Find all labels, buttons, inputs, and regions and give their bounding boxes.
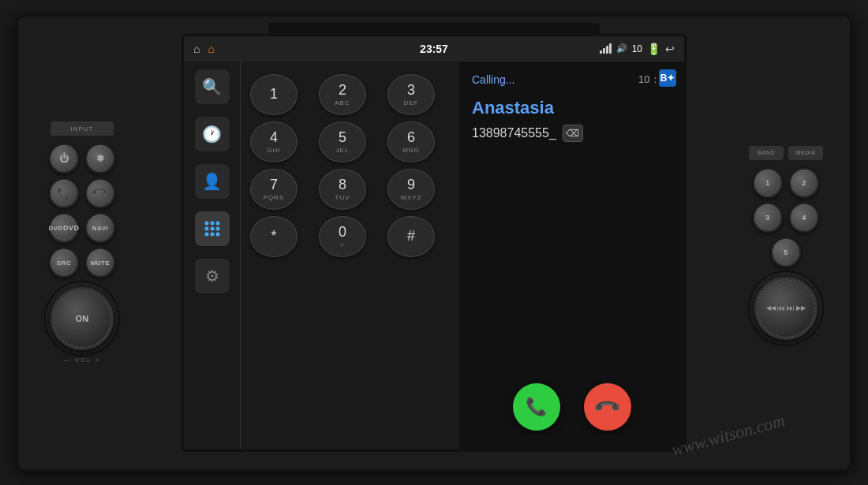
svg-point-7 <box>210 232 214 236</box>
dvd-button[interactable]: DVDDVD <box>49 213 79 243</box>
contacts-app-icon[interactable]: 👤 <box>195 164 230 199</box>
dial-4[interactable]: 4GHI <box>250 121 297 162</box>
right-btn-row-3: 5 <box>771 237 801 267</box>
dial-5[interactable]: 5JKL <box>319 121 366 162</box>
dial-6[interactable]: 6MNO <box>387 121 435 162</box>
right-knob[interactable]: ◀◀ ⏮ ⏭ ▶▶ <box>754 277 817 340</box>
status-left-icons: ⌂ ⌂ <box>193 43 215 55</box>
right-panel: BAND MEDIA 1 2 3 4 5 ◀◀ ⏮ ⏭ ▶▶ <box>735 146 837 340</box>
right-btn-row-1: 1 2 <box>753 168 819 198</box>
status-bar: ⌂ ⌂ 23:57 🔊 10 🔋 ↩ <box>184 36 684 62</box>
vol-label: — VOL + <box>64 356 101 364</box>
left-panel: INPUT ⏻ ✱ 📞 📞 DVDDVD NAVI SRC M <box>31 121 133 364</box>
dial-1[interactable]: 1 <box>250 74 297 115</box>
asterisk-button[interactable]: ✱ <box>85 144 115 173</box>
svg-point-3 <box>204 226 208 230</box>
svg-point-6 <box>204 232 208 236</box>
phone-number: 13898745555_ <box>472 126 556 140</box>
status-time: 23:57 <box>420 43 448 55</box>
keypad: 1 2ABC 3DEF 4GHI 5JKL 6MNO 7PQRS 8TUV 9W… <box>250 74 450 257</box>
svg-point-5 <box>215 226 219 230</box>
band-label: BAND <box>749 146 784 160</box>
apps-grid-icon[interactable] <box>195 211 230 246</box>
phone-hangup-button[interactable]: 📞 <box>85 178 115 208</box>
home-icon[interactable]: ⌂ <box>193 43 200 55</box>
home-filled-icon[interactable]: ⌂ <box>208 43 214 55</box>
dial-8[interactable]: 8TUV <box>319 169 366 210</box>
volume-knob[interactable]: ON <box>51 287 114 350</box>
dial-9[interactable]: 9WXYZ <box>387 169 435 210</box>
preset-4-button[interactable]: 4 <box>789 203 819 233</box>
input-label: INPUT <box>51 121 114 136</box>
battery-icon: 🔋 <box>647 43 660 55</box>
accept-call-button[interactable]: 📞 <box>513 383 560 431</box>
mute-button[interactable]: MUTE <box>85 248 115 278</box>
dialer-area: 1 2ABC 3DEF 4GHI 5JKL 6MNO 7PQRS 8TUV 9W… <box>241 62 459 450</box>
settings-app-icon[interactable]: ⚙ <box>195 259 230 293</box>
svg-point-1 <box>210 221 214 225</box>
svg-point-8 <box>215 232 219 236</box>
dial-7[interactable]: 7PQRS <box>250 169 297 210</box>
bluetooth-icon: B✦ <box>659 69 676 87</box>
src-button[interactable]: SRC <box>49 248 79 278</box>
btn-row-src-mute: SRC MUTE <box>49 248 115 278</box>
preset-3-button[interactable]: 3 <box>753 203 783 233</box>
delete-digit-button[interactable]: ⌫ <box>563 125 583 142</box>
media-label: MEDIA <box>788 146 823 160</box>
dial-hash[interactable]: # <box>387 216 435 257</box>
preset-1-button[interactable]: 1 <box>753 168 783 198</box>
watermark: www.witson.com <box>670 410 788 460</box>
right-top-labels: BAND MEDIA <box>749 146 823 160</box>
volume-icon: 🔊 <box>616 43 627 54</box>
btn-row-top: ⏻ ✱ <box>49 144 115 173</box>
screen-content: 🔍 🕐 👤 ⚙ <box>184 62 684 450</box>
recents-app-icon[interactable]: 🕐 <box>195 117 230 151</box>
calling-label: Calling... <box>472 73 514 86</box>
center-screen: ⌂ ⌂ 23:57 🔊 10 🔋 ↩ 🔍 � <box>181 34 687 452</box>
phone-number-row: 13898745555_ ⌫ <box>472 125 672 142</box>
dial-0[interactable]: 0+ <box>319 216 366 257</box>
svg-point-0 <box>204 221 208 225</box>
preset-5-button[interactable]: 5 <box>771 237 801 267</box>
right-btn-row-2: 3 4 <box>753 203 819 233</box>
call-info-panel: B✦ Calling... 10：43 Anastasia 1389874555… <box>459 62 684 450</box>
status-right-icons: 🔊 10 🔋 ↩ <box>600 43 675 55</box>
preset-2-button[interactable]: 2 <box>789 168 819 198</box>
dial-3[interactable]: 3DEF <box>387 74 435 115</box>
volume-level: 10 <box>632 43 642 54</box>
btn-row-dvd-navi: DVDDVD NAVI <box>49 213 115 243</box>
app-sidebar: 🔍 🕐 👤 ⚙ <box>184 62 241 450</box>
contact-name: Anastasia <box>472 98 672 118</box>
cd-slot <box>268 23 600 34</box>
call-status-row: Calling... 10：43 <box>472 73 672 87</box>
reject-call-button[interactable]: 📞 <box>584 383 631 431</box>
btn-row-phone: 📞 📞 <box>49 178 115 208</box>
navi-button[interactable]: NAVI <box>85 213 115 243</box>
dial-star[interactable]: * <box>250 216 297 257</box>
call-action-buttons: 📞 📞 <box>472 383 672 438</box>
back-icon[interactable]: ↩ <box>665 43 675 55</box>
svg-point-2 <box>215 221 219 225</box>
search-app-icon[interactable]: 🔍 <box>195 69 230 104</box>
power-button[interactable]: ⏻ <box>49 144 79 173</box>
svg-point-4 <box>210 226 214 230</box>
phone-pickup-button[interactable]: 📞 <box>49 178 79 208</box>
dial-2[interactable]: 2ABC <box>319 74 366 115</box>
head-unit: INPUT ⏻ ✱ 📞 📞 DVDDVD NAVI SRC M <box>16 14 852 472</box>
signal-icon <box>600 43 612 54</box>
